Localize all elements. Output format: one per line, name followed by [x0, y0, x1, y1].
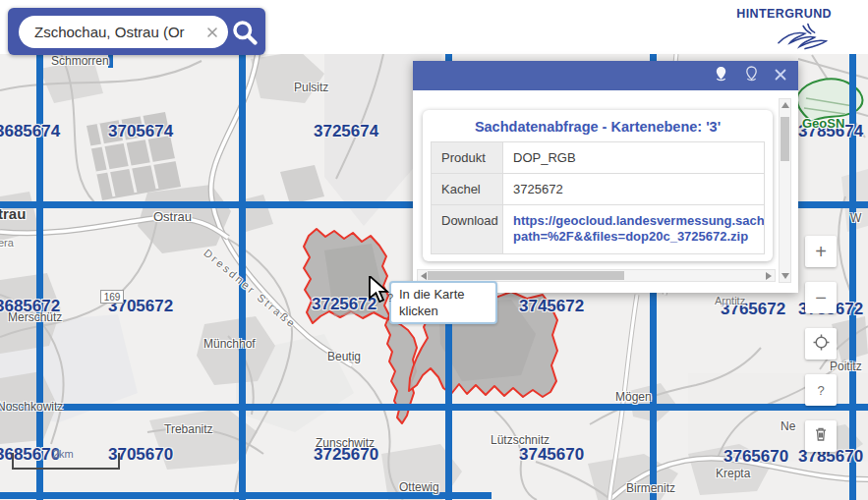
place-label-trebanitz: Trebanitz [164, 422, 213, 436]
mouse-cursor [368, 276, 391, 307]
locate-icon [813, 334, 830, 355]
popup-card: Sachdatenabfrage - Kartenebene: '3' Prod… [423, 110, 773, 261]
scroll-down-icon[interactable] [781, 273, 789, 279]
place-label-schmorren: Schmorren [51, 54, 109, 68]
saxony-logo [777, 22, 834, 57]
zoom-out-button[interactable]: − [805, 282, 837, 313]
zoom-in-button[interactable]: + [805, 236, 837, 267]
search-pill [19, 16, 228, 48]
tile-label: 3685674 [0, 122, 60, 141]
tile-label: 3745672 [519, 297, 584, 316]
help-button[interactable]: ? [805, 374, 837, 406]
road-number-badge: 169 [100, 290, 124, 304]
place-label-luetzschnitz: Lützschnitz [491, 433, 550, 447]
attribute-table: Produkt DOP_RGB Kachel 3725672 Download … [431, 141, 765, 254]
place-label-w-cut: W [850, 211, 861, 225]
tile-label: 3705674 [108, 122, 173, 141]
locate-button[interactable] [805, 328, 837, 360]
search-input[interactable] [32, 23, 204, 41]
row-label: Produkt [432, 142, 503, 174]
delete-button[interactable] [805, 420, 837, 452]
place-label-ostrau-cut: trau [0, 205, 26, 222]
map-tooltip: In die Karte klicken [389, 281, 497, 324]
tile-label: 3745670 [519, 445, 584, 465]
place-label-era-cut: era [0, 237, 14, 249]
place-label-muenchhof: Münchhof [203, 337, 256, 351]
vertical-scrollbar[interactable] [779, 98, 791, 283]
download-link-line2[interactable]: path=%2F&&files=dop20c_3725672.zip [513, 229, 754, 245]
search-icon[interactable] [230, 18, 260, 47]
pin-icon[interactable] [714, 66, 728, 85]
search-control [8, 8, 265, 55]
horizontal-scrollbar-thumb[interactable] [428, 271, 624, 280]
scale-label: 2km [53, 448, 74, 460]
popup-title: Sachdatenabfrage - Kartenebene: '3' [429, 119, 767, 135]
app: 3685674 3705674 3725674 3785674 3685672 … [0, 0, 868, 500]
tile-label: 3765670 [723, 447, 788, 467]
row-value: 3725672 [503, 174, 765, 205]
place-label-pulsitz: Pulsitz [294, 81, 328, 94]
background-layer-button[interactable]: HINTERGRUND [736, 7, 832, 21]
download-link-line1[interactable]: https://geocloud.landesvermessung.sachse… [513, 213, 754, 229]
clear-search-icon[interactable] [204, 25, 220, 40]
place-label-krepta: Krepta [716, 467, 750, 480]
table-row: Kachel 3725672 [432, 174, 765, 205]
place-label-merschuetz: Merschütz [8, 310, 62, 324]
place-label-zunschwitz: Zunschwitz [316, 436, 375, 450]
vertical-scrollbar-thumb[interactable] [781, 117, 789, 161]
place-label-arntitz: Arntitz [715, 295, 745, 306]
trash-icon [813, 426, 829, 446]
row-label: Download [432, 205, 503, 254]
geosn-watermark: GeoSN [802, 116, 844, 131]
place-label-poititz: Poititz [830, 360, 862, 373]
tile-label: 3725674 [314, 122, 378, 141]
place-label-beutig: Beutig [327, 350, 361, 363]
place-label-ostrau: Ostrau [153, 209, 192, 224]
row-label: Kachel [432, 174, 503, 205]
place-label-birmenitz: Birmenitz [626, 481, 675, 495]
place-label-moegen: Mögen [615, 390, 652, 404]
place-label-ne-cut: Ne [781, 419, 795, 433]
scroll-right-icon[interactable] [766, 272, 772, 280]
scroll-left-icon[interactable] [421, 272, 427, 280]
scroll-up-icon[interactable] [781, 102, 789, 108]
popup-header[interactable] [413, 61, 798, 90]
close-icon[interactable] [775, 67, 786, 84]
pin-outline-icon[interactable] [744, 66, 759, 85]
download-link[interactable]: https://geocloud.landesvermessung.sachse… [513, 213, 754, 246]
table-row: Download https://geocloud.landesvermessu… [432, 205, 765, 254]
place-label-ottewig: Ottewig [399, 480, 439, 494]
place-label-noschkowitz: Noschkowitz [0, 400, 63, 414]
row-value: DOP_RGB [503, 142, 765, 174]
info-popup: Sachdatenabfrage - Kartenebene: '3' Prod… [413, 61, 798, 293]
table-row: Produkt DOP_RGB [432, 142, 765, 174]
